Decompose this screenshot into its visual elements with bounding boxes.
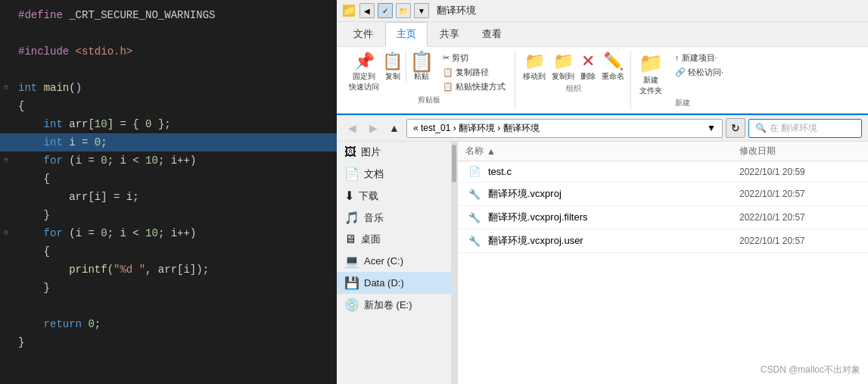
gutter-indicator <box>0 315 12 333</box>
easy-access-button[interactable]: 🔗 轻松访问· <box>672 66 726 79</box>
col-date[interactable]: 修改日期 <box>739 145 860 158</box>
sidebar: 🖼图片📄文档⬇下载🎵音乐🖥桌面💻Acer (C:)💾Data (D:)💿新加卷 … <box>337 142 458 384</box>
code-line: #define _CRT_SECURE_NO_WARNINGS <box>0 6 337 24</box>
sidebar-item-label: 音乐 <box>364 211 384 225</box>
table-row[interactable]: 🔧翻译环境.vcxproj.filters2022/10/1 20:57 <box>458 206 868 229</box>
tab-home[interactable]: 主页 <box>385 22 428 47</box>
copy-path-button[interactable]: 📋 复制路径 <box>440 66 509 79</box>
code-line: } <box>0 206 337 224</box>
sidebar-item-4[interactable]: 🖥桌面 <box>337 229 457 250</box>
file-rows: 📄test.c2022/10/1 20:59🔧翻译环境.vcxproj2022/… <box>458 161 868 253</box>
code-line: { <box>0 97 337 115</box>
pin-button[interactable]: 📌 固定到 快速访问 <box>349 52 379 92</box>
titlebar-folder-btn[interactable]: 📁 <box>396 3 411 18</box>
cut-button[interactable]: ✂ 剪切 <box>440 52 509 64</box>
col-name-label: 名称 <box>465 145 484 158</box>
nav-path-text: « test_01 › 翻译环境 › 翻译环境 <box>413 122 540 135</box>
organize-section: 📁 移动到 📁 复制到 ✕ 删除 ✏️ 重命名 <box>517 50 631 110</box>
tab-view[interactable]: 查看 <box>471 22 512 47</box>
nav-path-dropdown[interactable]: ▼ <box>707 123 716 133</box>
sidebar-item-0[interactable]: 🖼图片 <box>337 142 457 163</box>
paste-shortcut-button[interactable]: 📋 粘贴快捷方式 <box>440 80 509 93</box>
line-content: int main() <box>12 79 331 97</box>
move-to-label: 移动到 <box>523 71 546 82</box>
copy-to-button[interactable]: 📁 复制到 <box>552 52 574 82</box>
table-row[interactable]: 🔧翻译环境.vcxproj.user2022/10/1 20:57 <box>458 229 868 253</box>
sidebar-item-3[interactable]: 🎵音乐 <box>337 207 457 229</box>
ribbon-content: 📌 固定到 快速访问 📋 复制 📋 粘贴 ✂ 剪切 📋 复制路径 � <box>337 47 868 114</box>
paste-button[interactable]: 📋 粘贴 <box>406 52 434 82</box>
clipboard-section: 📌 固定到 快速访问 📋 复制 📋 粘贴 ✂ 剪切 📋 复制路径 � <box>343 50 515 110</box>
file-name: test.c <box>488 166 739 177</box>
file-name: 翻译环境.vcxproj <box>488 187 739 201</box>
code-line: { <box>0 242 337 261</box>
gutter-indicator <box>0 297 12 315</box>
code-line <box>0 297 337 315</box>
sidebar-list: 🖼图片📄文档⬇下载🎵音乐🖥桌面💻Acer (C:)💾Data (D:)💿新加卷 … <box>337 142 457 316</box>
sidebar-item-icon: 🖥 <box>344 233 356 246</box>
sidebar-item-6[interactable]: 💾Data (D:) <box>337 272 457 294</box>
gutter-indicator <box>0 279 12 297</box>
new-folder-label: 新建 文件夹 <box>639 75 662 96</box>
table-row[interactable]: 🔧翻译环境.vcxproj2022/10/1 20:57 <box>458 183 868 206</box>
file-icon: 📄 <box>465 166 484 177</box>
line-content: int i = 0; <box>12 133 331 151</box>
titlebar-folder-icon: 📁 <box>343 5 355 17</box>
line-content: printf("%d ", arr[i]); <box>12 261 331 279</box>
code-line: int i = 0; <box>0 133 337 151</box>
code-line <box>0 61 337 79</box>
sidebar-item-label: 文档 <box>364 167 384 181</box>
nav-path[interactable]: « test_01 › 翻译环境 › 翻译环境 ▼ <box>406 119 723 138</box>
code-line: { <box>0 170 337 188</box>
move-to-button[interactable]: 📁 移动到 <box>523 52 546 82</box>
line-content: } <box>12 333 331 351</box>
tab-share[interactable]: 共享 <box>429 22 470 47</box>
sidebar-item-7[interactable]: 💿新加卷 (E:) <box>337 294 457 316</box>
col-name[interactable]: 名称 ▲ <box>465 145 739 158</box>
code-line: ⊖ for (i = 0; i < 10; i++) <box>0 224 337 242</box>
file-date: 2022/10/1 20:59 <box>739 167 860 177</box>
gutter-indicator <box>0 97 12 115</box>
line-content: { <box>12 97 331 115</box>
line-content: #define _CRT_SECURE_NO_WARNINGS <box>12 6 331 24</box>
delete-button[interactable]: ✕ 删除 <box>580 52 596 82</box>
titlebar-check-btn[interactable]: ✓ <box>378 3 393 18</box>
gutter-indicator <box>0 206 12 224</box>
ribbon: 文件 主页 共享 查看 📌 固定到 快速访问 📋 复制 📋 <box>337 22 868 115</box>
sidebar-scrollbar[interactable] <box>451 142 457 384</box>
rename-button[interactable]: ✏️ 重命名 <box>602 52 624 82</box>
sidebar-item-1[interactable]: 📄文档 <box>337 163 457 185</box>
sidebar-item-label: 新加卷 (E:) <box>364 298 412 312</box>
sidebar-item-2[interactable]: ⬇下载 <box>337 185 457 207</box>
col-date-label: 修改日期 <box>739 145 776 156</box>
line-content: for (i = 0; i < 10; i++) <box>12 224 331 242</box>
gutter-indicator <box>0 188 12 206</box>
gutter-indicator <box>0 24 12 42</box>
table-row[interactable]: 📄test.c2022/10/1 20:59 <box>458 161 868 183</box>
gutter-indicator <box>0 333 12 351</box>
file-list-header: 名称 ▲ 修改日期 <box>458 142 868 161</box>
titlebar-title: 翻译环境 <box>437 4 476 17</box>
nav-back[interactable]: ◀ <box>343 119 361 137</box>
code-line <box>0 24 337 42</box>
sidebar-item-5[interactable]: 💻Acer (C:) <box>337 250 457 272</box>
titlebar-back-btn[interactable]: ◀ <box>359 3 375 18</box>
copy-button[interactable]: 📋 复制 <box>382 52 403 82</box>
tab-file[interactable]: 文件 <box>343 22 384 47</box>
sidebar-scrollbar-thumb[interactable] <box>452 145 456 183</box>
titlebar-dropdown-btn[interactable]: ▼ <box>414 3 429 18</box>
titlebar-controls: ◀ ✓ 📁 ▼ <box>359 3 429 18</box>
clipboard-label: 剪贴板 <box>418 95 440 105</box>
nav-up[interactable]: ▲ <box>385 119 403 137</box>
file-date: 2022/10/1 20:57 <box>739 212 860 223</box>
nav-forward[interactable]: ▶ <box>364 119 382 137</box>
nav-refresh[interactable]: ↻ <box>726 118 745 138</box>
new-folder-button[interactable]: 📁 新建 文件夹 <box>639 52 663 96</box>
sidebar-item-label: Data (D:) <box>364 277 404 289</box>
nav-search[interactable]: 🔍 在 翻译环境 <box>748 119 862 138</box>
sidebar-item-label: 下载 <box>359 189 378 203</box>
code-line: printf("%d ", arr[i]); <box>0 261 337 279</box>
search-icon: 🔍 <box>755 123 767 133</box>
gutter-indicator <box>0 61 12 79</box>
new-item-button[interactable]: ↑ 新建项目· <box>672 52 726 64</box>
